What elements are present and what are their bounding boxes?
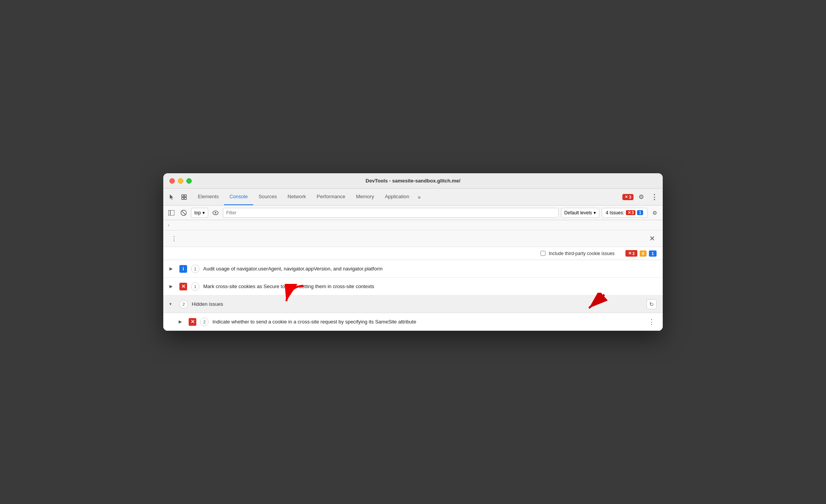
breadcrumb-row: › [163,220,663,230]
more-tabs-btn[interactable]: » [415,189,424,205]
tab-console[interactable]: Console [224,189,253,205]
maximize-traffic-light[interactable] [186,178,192,184]
tab-bar-left-icons [166,192,189,202]
x-icon: ✕ [625,195,628,199]
context-selector[interactable]: top ▾ [191,208,208,218]
hidden-sub-count: 2 [200,318,209,326]
tab-performance[interactable]: Performance [311,189,350,205]
svg-rect-0 [182,195,184,197]
traffic-lights [169,178,192,184]
tab-elements[interactable]: Elements [192,189,224,205]
panel-close-btn[interactable]: ✕ [648,233,657,244]
hidden-sub-icon: ✕ [189,318,196,326]
title-bar: DevTools - samesite-sandbox.glitch.me/ [163,173,663,189]
breadcrumb-arrow: › [168,222,169,228]
toggle-sidebar-btn[interactable] [166,208,176,218]
cursor-icon [169,194,175,200]
count-error-badge: ✕ 3 [625,250,637,257]
issue-count-1: 1 [191,265,199,273]
issues-info-badge: 1 [637,210,643,215]
hidden-issues-row[interactable]: ▾ 2 Hidden issues [163,295,663,313]
sidebar-icon [168,210,174,216]
svg-rect-3 [184,197,186,199]
hidden-sub-row-1[interactable]: ▶ ✕ 2 Indicate whether to send a cookie … [163,313,663,331]
issues-error-badge: ✕ 3 [626,210,636,215]
expand-arrow-1: ▶ [169,266,176,271]
devtools-window: DevTools - samesite-sandbox.glitch.me/ E [163,173,663,331]
include-third-party-label: Include third-party cookie issues [534,251,620,256]
svg-rect-2 [182,197,184,199]
issues-settings-btn[interactable]: ⚙ [650,208,660,218]
levels-selector[interactable]: Default levels ▾ [561,208,599,218]
issue-text-1: Audit usage of navigator.userAgent, navi… [203,266,657,272]
block-icon [181,210,187,216]
panel-more-dots[interactable]: ⋮ [169,234,179,244]
tabs-container: Elements Console Sources Network Perform… [192,189,619,205]
cursor-icon-btn[interactable] [166,192,177,202]
filter-input[interactable] [223,208,559,218]
expand-arrow-sub-1: ▶ [179,319,185,324]
issues-badge[interactable]: 4 Issues: ✕ 3 1 [602,208,647,218]
svg-rect-1 [184,195,186,197]
include-row: Include third-party cookie issues ✕ 3 0 … [163,247,663,260]
expand-arrow-hidden: ▾ [169,302,176,307]
content-area: › ⋮ ✕ Include third-party cookie issues … [163,220,663,331]
include-checkbox[interactable] [541,251,546,256]
close-traffic-light[interactable] [169,178,175,184]
issue-icon-2: ✕ [179,283,187,290]
tab-sources[interactable]: Sources [253,189,282,205]
tab-bar: Elements Console Sources Network Perform… [163,189,663,206]
count-badges: ✕ 3 0 1 [625,250,657,257]
hidden-issues-label: Hidden issues [192,301,639,307]
issue-row-2[interactable]: ▶ ✕ 1 Mark cross-site cookies as Secure … [163,278,663,295]
svg-line-7 [182,211,186,215]
block-btn[interactable] [179,208,189,218]
sub-issue-more-btn[interactable]: ⋮ [647,316,657,328]
count-info-badge: 1 [649,250,657,257]
issues-panel-header: ⋮ ✕ [163,230,663,247]
minimize-traffic-light[interactable] [178,178,183,184]
refresh-btn[interactable]: ↻ [647,299,657,309]
toolbar: top ▾ Default levels ▾ 4 Issues: ✕ 3 1 [163,206,663,220]
hidden-sub-text: Indicate whether to send a cookie in a c… [212,319,643,325]
tab-bar-right: ✕ 3 ⚙ ⋮ [622,192,660,202]
svg-point-9 [215,212,216,214]
svg-rect-4 [168,210,174,216]
issue-icon-1: i [179,265,187,273]
tab-memory[interactable]: Memory [351,189,380,205]
issue-text-2: Mark cross-site cookies as Secure to all… [203,284,657,289]
expand-arrow-2: ▶ [169,284,176,289]
eye-icon [212,211,219,215]
hidden-count-bubble: 2 [179,300,188,308]
eye-btn[interactable] [211,208,221,218]
count-warning-badge: 0 [640,250,647,257]
window-title: DevTools - samesite-sandbox.glitch.me/ [366,178,461,184]
issue-count-2: 1 [191,282,199,291]
issue-row-1[interactable]: ▶ i 1 Audit usage of navigator.userAgent… [163,260,663,278]
layers-icon-btn[interactable] [179,192,189,202]
issues-list: ▶ i 1 Audit usage of navigator.userAgent… [163,260,663,331]
layers-icon [181,194,187,200]
settings-btn[interactable]: ⚙ [636,192,647,202]
error-count-badge[interactable]: ✕ 3 [622,194,634,200]
tab-application[interactable]: Application [380,189,415,205]
more-options-btn[interactable]: ⋮ [649,192,660,202]
tab-network[interactable]: Network [282,189,312,205]
